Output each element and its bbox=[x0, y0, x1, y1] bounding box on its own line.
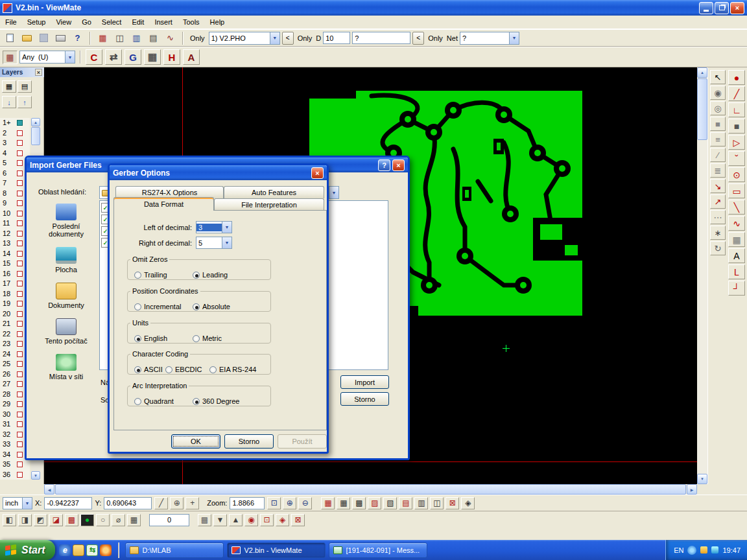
zoom-in-icon[interactable]: ⊕ bbox=[283, 497, 296, 509]
combo-arrow-icon[interactable]: ▼ bbox=[329, 187, 338, 198]
scroll-thumb[interactable] bbox=[31, 127, 40, 145]
menu-item[interactable]: Select bbox=[97, 17, 127, 27]
layer-color-swatch[interactable] bbox=[17, 160, 23, 166]
h-tool-icon[interactable]: H bbox=[163, 49, 180, 65]
layer-color-swatch[interactable] bbox=[17, 231, 23, 237]
pad-pattern-box-icon[interactable]: ⊡ bbox=[260, 514, 274, 526]
layer-color-swatch[interactable] bbox=[17, 321, 23, 327]
draw-target-icon[interactable]: ⊙ bbox=[728, 167, 745, 182]
scroll-down-icon[interactable]: ▼ bbox=[697, 474, 707, 484]
copy-layer-icon[interactable]: ◧ bbox=[3, 514, 16, 526]
grid-tool-icon[interactable]: ▦ bbox=[144, 49, 161, 65]
layer-combo[interactable]: 1) V2.PHO ▼ bbox=[209, 32, 280, 45]
task-viewmate[interactable]: V2.bin - ViewMate bbox=[227, 542, 326, 558]
swap-tool-icon[interactable]: ⇄ bbox=[105, 49, 122, 65]
origin-icon[interactable]: ⊕ bbox=[170, 497, 184, 509]
radio-absolute[interactable]: Absolute bbox=[193, 303, 230, 310]
restore-button[interactable] bbox=[715, 2, 729, 14]
aperture-shape-combo[interactable]: Any (U) ▼ bbox=[19, 51, 75, 64]
title-bar[interactable]: V2.bin - ViewMate × bbox=[0, 0, 747, 16]
layer-color-swatch[interactable] bbox=[17, 271, 23, 277]
layer-color-swatch[interactable] bbox=[17, 120, 23, 126]
layers-panel-close-button[interactable]: × bbox=[35, 69, 42, 76]
combo-arrow-icon[interactable]: ▼ bbox=[65, 51, 75, 63]
dcode-count-field[interactable]: 0 bbox=[149, 514, 189, 526]
menu-item[interactable]: Help bbox=[205, 17, 230, 27]
dialog-help-button[interactable]: ? bbox=[378, 159, 390, 171]
layer-color-swatch[interactable] bbox=[17, 421, 23, 427]
zoom-out-icon[interactable]: ⊖ bbox=[298, 497, 312, 509]
radio-360-degree[interactable]: 360 Degree bbox=[193, 397, 240, 405]
layer-color-swatch[interactable] bbox=[17, 351, 23, 357]
arrow-ne-icon[interactable]: ↗ bbox=[710, 194, 726, 209]
layer-color-swatch[interactable] bbox=[17, 441, 23, 447]
layer-color-swatch[interactable] bbox=[17, 281, 23, 286]
new-file-button[interactable] bbox=[3, 31, 18, 45]
gerber-dialog-titlebar[interactable]: Gerber Options × bbox=[110, 165, 327, 180]
pattern-cols-icon[interactable]: ▥ bbox=[414, 497, 428, 509]
combo-arrow-icon[interactable]: ▼ bbox=[222, 237, 231, 248]
minimize-button[interactable] bbox=[699, 2, 713, 14]
units-combo[interactable]: inch ▼ bbox=[3, 497, 32, 509]
tab-auto-features[interactable]: Auto Features bbox=[224, 186, 324, 198]
pattern-diag-icon[interactable]: ▧ bbox=[383, 497, 397, 509]
dialog-close-button[interactable]: × bbox=[311, 167, 324, 179]
swap-layer-icon[interactable]: ◩ bbox=[34, 514, 47, 526]
layer-color-swatch[interactable] bbox=[17, 170, 23, 176]
open-file-button[interactable] bbox=[19, 31, 34, 45]
d-filter-field[interactable]: ? bbox=[352, 32, 410, 44]
stack-icon[interactable]: ≣ bbox=[710, 163, 726, 178]
layer-color-swatch[interactable] bbox=[17, 220, 23, 226]
layer-color-swatch[interactable] bbox=[17, 140, 23, 146]
pattern-split-icon[interactable]: ◫ bbox=[430, 497, 444, 509]
select-net-icon[interactable]: ◎ bbox=[710, 101, 726, 115]
only-layer-toggle[interactable]: Only bbox=[188, 34, 207, 42]
layer-color-swatch[interactable] bbox=[17, 130, 23, 136]
layer-color-swatch[interactable] bbox=[17, 381, 23, 387]
layer-color-swatch[interactable] bbox=[17, 240, 23, 246]
prev-d-button[interactable]: < bbox=[412, 32, 424, 45]
context-help-button[interactable]: ? bbox=[70, 31, 85, 45]
circle-tool-icon[interactable]: C bbox=[86, 49, 102, 65]
radio-leading[interactable]: Leading bbox=[193, 271, 228, 279]
text-tool-icon[interactable]: A bbox=[183, 49, 200, 65]
apply-button[interactable]: Použít bbox=[278, 434, 327, 449]
ok-button[interactable]: OK bbox=[171, 434, 220, 449]
grid-red-icon[interactable]: ▦ bbox=[321, 497, 335, 509]
layer-row[interactable]: 36 bbox=[0, 470, 30, 480]
filled-square-icon[interactable]: ■ bbox=[710, 117, 726, 131]
aperture-flash-button[interactable]: ▦ bbox=[3, 51, 18, 64]
gcode-tool-icon[interactable]: G bbox=[124, 49, 141, 65]
draw-pad-icon[interactable]: ● bbox=[728, 70, 745, 85]
combo-arrow-icon[interactable]: ▼ bbox=[270, 32, 279, 44]
task-mlab[interactable]: D:\MLAB bbox=[125, 542, 224, 558]
rotate-tool-icon[interactable]: ↻ bbox=[710, 241, 726, 255]
save-file-button[interactable] bbox=[36, 31, 51, 45]
hatch-lines-icon[interactable]: ≡ bbox=[710, 132, 726, 146]
radio-incremental[interactable]: Incremental bbox=[134, 303, 181, 310]
diag-lines-icon[interactable]: ∕ bbox=[710, 148, 726, 162]
diag-measure-icon[interactable]: ╱ bbox=[154, 497, 168, 509]
layer-color-swatch[interactable] bbox=[17, 251, 23, 257]
radio-quadrant[interactable]: Quadrant bbox=[134, 397, 174, 405]
sync-quicklaunch-icon[interactable]: ⇆ bbox=[86, 544, 98, 556]
layer-color-swatch[interactable] bbox=[17, 401, 23, 407]
diameter-icon[interactable]: ⌀ bbox=[112, 514, 125, 526]
layer-color-swatch[interactable] bbox=[17, 180, 23, 186]
layers-panel-caption[interactable]: Layers × bbox=[0, 67, 44, 77]
dcode-grid-icon[interactable]: ▥ bbox=[129, 31, 144, 45]
draw-angle-icon[interactable]: ∟ bbox=[728, 102, 745, 117]
clock[interactable]: 19:47 bbox=[722, 546, 741, 554]
radio-trailing[interactable]: Trailing bbox=[134, 271, 167, 279]
place-documents[interactable]: Dokumenty bbox=[36, 278, 97, 314]
zoom-window-icon[interactable]: ⊡ bbox=[267, 497, 281, 509]
grid-dark-icon[interactable]: ▦ bbox=[337, 497, 350, 509]
select-dcode-icon[interactable]: ◉ bbox=[710, 86, 726, 100]
pad-pattern-diamond-icon[interactable]: ◈ bbox=[276, 514, 289, 526]
layer-color-swatch[interactable] bbox=[17, 211, 23, 216]
draw-trace-icon[interactable]: ╱ bbox=[728, 86, 745, 101]
tab-data-format[interactable]: Data Format bbox=[113, 197, 214, 211]
corner-icon[interactable]: ┘ bbox=[728, 281, 745, 296]
tray-messenger-icon[interactable] bbox=[687, 546, 696, 555]
language-indicator[interactable]: EN bbox=[674, 546, 683, 554]
